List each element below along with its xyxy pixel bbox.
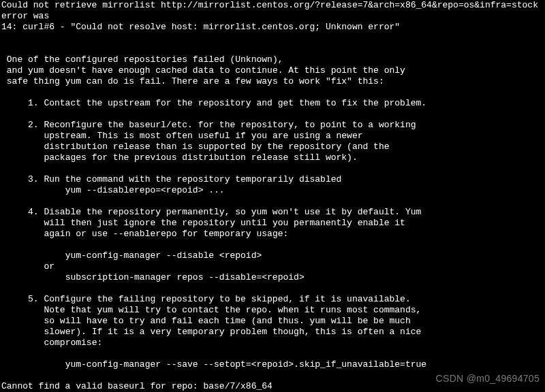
terminal-line: 4. Disable the repository permanently, s… [1,207,421,217]
terminal-line: will then just ignore the repository unt… [1,218,405,228]
terminal-line: Note that yum will try to contact the re… [1,305,421,315]
terminal-line: yum-config-manager --disable <repoid> [1,250,262,261]
terminal-line: 14: curl#6 - "Could not resolve host: mi… [1,22,400,32]
terminal-line: yum-config-manager --save --setopt=<repo… [1,359,426,370]
terminal-line: upstream. This is most often useful if y… [1,131,363,141]
terminal-line: or [1,261,54,272]
terminal-line: 2. Reconfigure the baseurl/etc. for the … [1,120,416,130]
terminal-line: again or use --enablerepo for temporary … [1,229,288,239]
terminal-line: distribution release than is supported b… [1,142,390,152]
terminal-line: 3. Run the command with the repository t… [1,174,341,184]
terminal-line: compromise: [1,338,102,348]
terminal-line: yum --disablerepo=<repoid> ... [1,185,225,195]
terminal-line: One of the configured repositories faile… [1,54,283,65]
terminal-line: and yum doesn't have enough cached data … [1,65,405,76]
terminal-output: Could not retrieve mirrorlist http://mir… [0,0,545,392]
terminal-line: so will have to try and fail each time (… [1,316,411,326]
terminal-line: safe thing yum can do is fail. There are… [1,76,384,86]
terminal-line: packages for the previous distribution r… [1,152,358,163]
terminal-line: slower). If it is a very temporary probl… [1,327,421,337]
terminal-line: 1. Contact the upstream for the reposito… [1,98,426,108]
terminal-line: subscription-manager repos --disable=<re… [1,272,305,282]
terminal-line: Cannot find a valid baseurl for repo: ba… [1,381,272,391]
terminal-line: 5. Configure the failing repository to b… [1,294,411,304]
terminal-line: Could not retrieve mirrorlist http://mir… [1,0,544,21]
